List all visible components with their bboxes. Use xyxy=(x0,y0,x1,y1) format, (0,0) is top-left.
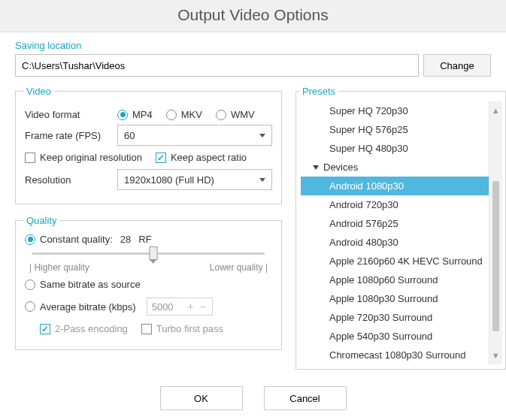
avg-bitrate-value: 5000 xyxy=(152,301,174,313)
radio-icon xyxy=(117,110,128,120)
twopass-label: 2-Pass encoding xyxy=(55,323,128,334)
same-bitrate-radio[interactable]: Same bitrate as source xyxy=(25,279,141,290)
scroll-thumb[interactable] xyxy=(492,181,499,331)
video-group: Video Video format MP4 MKV xyxy=(15,86,282,204)
resolution-label: Resolution xyxy=(25,174,111,186)
format-mkv-label: MKV xyxy=(181,109,202,120)
keep-original-label: Keep original resolution xyxy=(40,152,142,163)
radio-icon xyxy=(25,234,35,245)
checkbox-icon xyxy=(141,324,152,334)
turbo-checkbox[interactable]: Turbo first pass xyxy=(141,323,223,334)
checkbox-icon xyxy=(40,324,50,334)
scroll-down-icon[interactable]: ▼ xyxy=(492,351,500,360)
same-bitrate-label: Same bitrate as source xyxy=(40,279,141,290)
preset-list[interactable]: Super HQ 720p30Super HQ 576p25Super HQ 4… xyxy=(301,101,489,364)
presets-group: Presets Super HQ 720p30Super HQ 576p25Su… xyxy=(295,86,506,370)
slider-left-label: | Higher quality xyxy=(29,262,89,273)
preset-group-label: Devices xyxy=(323,162,358,172)
format-wmv-radio[interactable]: WMV xyxy=(216,109,255,120)
constant-quality-label: Constant quality: xyxy=(40,234,113,245)
quality-legend: Quality xyxy=(23,215,59,226)
slider-thumb-icon[interactable] xyxy=(149,246,157,260)
preset-item[interactable]: Apple 540p30 Surround xyxy=(301,327,489,346)
quality-group: Quality Constant quality: 28 RF | Higher… xyxy=(15,215,282,350)
twopass-checkbox[interactable]: 2-Pass encoding xyxy=(40,323,128,334)
preset-item[interactable]: Android 720p30 xyxy=(301,195,489,214)
saving-location-input[interactable] xyxy=(15,54,419,77)
checkbox-icon xyxy=(25,153,35,163)
preset-item[interactable]: Apple 1080p30 Surround xyxy=(301,289,489,308)
scroll-up-icon[interactable]: ▲ xyxy=(492,106,500,115)
constant-quality-radio[interactable]: Constant quality: xyxy=(25,234,113,245)
ok-button[interactable]: OK xyxy=(160,386,243,410)
format-wmv-label: WMV xyxy=(231,109,255,120)
radio-icon xyxy=(166,110,177,120)
radio-icon xyxy=(216,110,226,120)
chevron-down-icon xyxy=(259,178,265,182)
radio-icon xyxy=(25,301,35,312)
checkbox-icon xyxy=(156,153,166,163)
keep-aspect-label: Keep aspect ratio xyxy=(171,152,247,163)
preset-item[interactable]: Android 576p25 xyxy=(301,214,489,233)
preset-item[interactable]: Apple 2160p60 4K HEVC Surround xyxy=(301,252,489,270)
preset-item[interactable]: Super HQ 576p25 xyxy=(301,120,489,139)
chevron-down-icon xyxy=(259,134,265,137)
constant-quality-unit: RF xyxy=(138,234,151,245)
resolution-select[interactable]: 1920x1080 (Full HD) xyxy=(117,169,272,190)
format-mp4-radio[interactable]: MP4 xyxy=(117,109,153,120)
constant-quality-value: 28 xyxy=(120,234,131,245)
resolution-value: 1920x1080 (Full HD) xyxy=(124,174,214,186)
keep-aspect-checkbox[interactable]: Keep aspect ratio xyxy=(156,152,247,163)
turbo-label: Turbo first pass xyxy=(156,323,223,334)
preset-item[interactable]: Chromecast 1080p30 Surround xyxy=(301,346,489,364)
scrollbar[interactable]: ▲ ▼ xyxy=(489,101,502,364)
chevron-down-icon xyxy=(313,165,319,170)
slider-right-label: Lower quality | xyxy=(210,262,268,273)
fps-label: Frame rate (FPS) xyxy=(25,130,111,141)
fps-select[interactable]: 60 xyxy=(117,125,272,146)
stepper-icon[interactable]: + − xyxy=(187,301,207,313)
quality-slider[interactable] xyxy=(32,252,265,255)
presets-legend: Presets xyxy=(299,86,338,97)
video-format-label: Video format xyxy=(25,109,111,120)
preset-item[interactable]: Super HQ 480p30 xyxy=(301,139,489,158)
avg-bitrate-label: Average bitrate (kbps) xyxy=(40,301,136,313)
fps-value: 60 xyxy=(124,130,135,141)
dialog-title: Output Video Options xyxy=(0,0,506,32)
preset-item[interactable]: Super HQ 720p30 xyxy=(301,101,489,120)
format-mp4-label: MP4 xyxy=(132,109,153,120)
preset-item[interactable]: Apple 1080p60 Surround xyxy=(301,270,489,289)
change-button[interactable]: Change xyxy=(423,54,491,77)
cancel-button[interactable]: Cancel xyxy=(264,386,347,410)
avg-bitrate-input[interactable]: 5000 + − xyxy=(147,298,213,316)
preset-item[interactable]: Android 1080p30 xyxy=(301,177,489,195)
keep-original-checkbox[interactable]: Keep original resolution xyxy=(25,152,142,163)
format-mkv-radio[interactable]: MKV xyxy=(166,109,202,120)
preset-item[interactable]: Apple 720p30 Surround xyxy=(301,308,489,327)
video-legend: Video xyxy=(23,86,54,97)
saving-location-label: Saving location xyxy=(15,40,491,51)
avg-bitrate-radio[interactable]: Average bitrate (kbps) xyxy=(25,301,136,313)
preset-item[interactable]: Android 480p30 xyxy=(301,233,489,252)
preset-group-devices[interactable]: Devices xyxy=(301,158,489,177)
radio-icon xyxy=(25,279,35,290)
